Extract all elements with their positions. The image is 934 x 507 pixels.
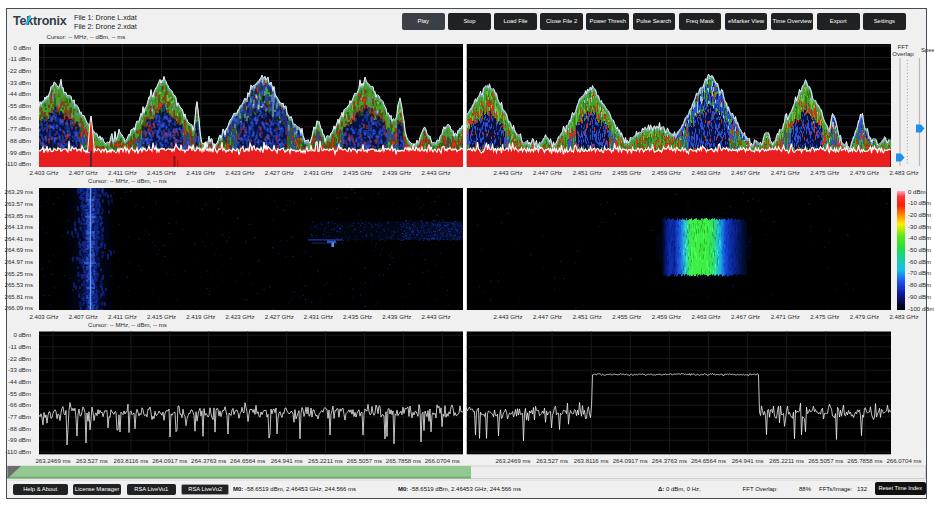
svg-text:0 dBm: 0 dBm	[13, 331, 31, 338]
svg-text:2.431 GHz: 2.431 GHz	[304, 169, 333, 176]
svg-text:263.527 ms: 263.527 ms	[76, 457, 108, 464]
svg-text:2.479 GHz: 2.479 GHz	[850, 169, 879, 176]
svg-text:2.427 GHz: 2.427 GHz	[265, 169, 294, 176]
svg-text:2.443 GHz: 2.443 GHz	[493, 313, 522, 320]
svg-text:-90 dBm: -90 dBm	[908, 293, 931, 300]
svg-text:-22 dBm: -22 dBm	[8, 355, 31, 362]
svg-text:2.451 GHz: 2.451 GHz	[573, 169, 602, 176]
svg-text:263.527 ms: 263.527 ms	[536, 457, 568, 464]
svg-text:264.941 ms: 264.941 ms	[271, 457, 303, 464]
svg-text:Overlap: Overlap	[892, 50, 914, 57]
svg-text:-110 dBm: -110 dBm	[5, 448, 31, 455]
svg-text:2.411 GHz: 2.411 GHz	[108, 313, 137, 320]
svg-text:2.483 GHz: 2.483 GHz	[889, 169, 918, 176]
svg-text:File 2: Drone 2.xdat: File 2: Drone 2.xdat	[74, 22, 137, 31]
svg-text:-88 dBm: -88 dBm	[8, 425, 31, 432]
svg-text:266.09 ms: 266.09 ms	[5, 304, 33, 311]
svg-text:0 dBm: 0 dBm	[13, 44, 31, 51]
svg-text:2.439 GHz: 2.439 GHz	[382, 313, 411, 320]
svg-text:-55 dBm: -55 dBm	[8, 390, 31, 397]
svg-text:264.941 ms: 264.941 ms	[732, 457, 764, 464]
svg-text:2.467 GHz: 2.467 GHz	[731, 313, 760, 320]
svg-text:265.81 ms: 265.81 ms	[5, 293, 33, 300]
svg-text:-50 dBm: -50 dBm	[908, 246, 931, 253]
svg-text:Cursor: -- MHz, -- dBm, -- ms: Cursor: -- MHz, -- dBm, -- ms	[47, 33, 126, 40]
svg-text:-66 dBm: -66 dBm	[8, 401, 31, 408]
svg-text:264.41 ms: 264.41 ms	[5, 235, 33, 242]
svg-text:-11 dBm: -11 dBm	[8, 343, 31, 350]
svg-text:2.423 GHz: 2.423 GHz	[225, 313, 254, 320]
svg-text:Cursor: -- MHz, -- dBm, -- ms: Cursor: -- MHz, -- dBm, -- ms	[88, 321, 167, 328]
svg-text:2.455 GHz: 2.455 GHz	[612, 313, 641, 320]
svg-text:2.471 GHz: 2.471 GHz	[771, 313, 800, 320]
svg-text:-60 dBm: -60 dBm	[908, 258, 931, 265]
svg-text:2.427 GHz: 2.427 GHz	[265, 313, 294, 320]
svg-text:-22 dBm: -22 dBm	[8, 67, 31, 74]
svg-text:-33 dBm: -33 dBm	[8, 366, 31, 373]
svg-text:2.403 GHz: 2.403 GHz	[29, 313, 58, 320]
svg-text:-44 dBm: -44 dBm	[8, 378, 31, 385]
svg-text:2.483 GHz: 2.483 GHz	[889, 313, 918, 320]
svg-text:2.435 GHz: 2.435 GHz	[343, 169, 372, 176]
svg-text:2.475 GHz: 2.475 GHz	[810, 313, 839, 320]
svg-text:265.7858 ms: 265.7858 ms	[847, 457, 882, 464]
svg-text:2.471 GHz: 2.471 GHz	[771, 169, 800, 176]
svg-text:2.463 GHz: 2.463 GHz	[691, 313, 720, 320]
svg-text:263.2469 ms: 263.2469 ms	[35, 457, 70, 464]
svg-text:2.439 GHz: 2.439 GHz	[382, 169, 411, 176]
svg-text:2.415 GHz: 2.415 GHz	[147, 313, 176, 320]
svg-text:-10 dBm: -10 dBm	[908, 199, 931, 206]
svg-text:-11 dBm: -11 dBm	[8, 55, 31, 62]
svg-text:2.443 GHz: 2.443 GHz	[421, 313, 450, 320]
svg-text:263.8116 ms: 263.8116 ms	[114, 457, 149, 464]
svg-text:263.29 ms: 263.29 ms	[5, 188, 33, 195]
svg-text:263.85 ms: 263.85 ms	[5, 212, 33, 219]
svg-text:263.8116 ms: 263.8116 ms	[574, 457, 609, 464]
svg-text:-55 dBm: -55 dBm	[8, 102, 31, 109]
svg-text:2.419 GHz: 2.419 GHz	[186, 169, 215, 176]
svg-text:Spee: Spee	[921, 46, 934, 53]
svg-text:Cursor: -- MHz, -- dBm, -- ms: Cursor: -- MHz, -- dBm, -- ms	[88, 177, 167, 184]
svg-text:265.5057 ms: 265.5057 ms	[808, 457, 843, 464]
svg-text:-40 dBm: -40 dBm	[908, 234, 931, 241]
svg-text:-30 dBm: -30 dBm	[908, 223, 931, 230]
svg-text:2.443 GHz: 2.443 GHz	[421, 169, 450, 176]
svg-text:2.447 GHz: 2.447 GHz	[533, 169, 562, 176]
svg-text:264.6564 ms: 264.6564 ms	[230, 457, 265, 464]
svg-text:-88 dBm: -88 dBm	[8, 137, 31, 144]
svg-text:-99 dBm: -99 dBm	[8, 436, 31, 443]
svg-text:-70 dBm: -70 dBm	[908, 269, 931, 276]
svg-text:265.53 ms: 265.53 ms	[5, 281, 33, 288]
svg-text:264.3763 ms: 264.3763 ms	[652, 457, 687, 464]
svg-text:2.419 GHz: 2.419 GHz	[186, 313, 215, 320]
svg-text:266.0704 ms: 266.0704 ms	[886, 457, 921, 464]
svg-text:2.447 GHz: 2.447 GHz	[533, 313, 562, 320]
svg-text:-77 dBm: -77 dBm	[8, 413, 31, 420]
svg-text:2.435 GHz: 2.435 GHz	[343, 313, 372, 320]
svg-text:264.6564 ms: 264.6564 ms	[691, 457, 726, 464]
svg-text:2.415 GHz: 2.415 GHz	[147, 169, 176, 176]
svg-text:2.407 GHz: 2.407 GHz	[69, 169, 98, 176]
svg-text:2.407 GHz: 2.407 GHz	[69, 313, 98, 320]
svg-text:2.443 GHz: 2.443 GHz	[493, 169, 522, 176]
svg-text:265.5057 ms: 265.5057 ms	[347, 457, 382, 464]
svg-text:265.7858 ms: 265.7858 ms	[386, 457, 421, 464]
svg-text:264.3763 ms: 264.3763 ms	[191, 457, 226, 464]
svg-text:265.2211 ms: 265.2211 ms	[769, 457, 804, 464]
svg-text:2.455 GHz: 2.455 GHz	[612, 169, 641, 176]
svg-text:2.459 GHz: 2.459 GHz	[652, 169, 681, 176]
svg-text:2.411 GHz: 2.411 GHz	[108, 169, 137, 176]
svg-text:-44 dBm: -44 dBm	[8, 90, 31, 97]
svg-text:-110 dBm: -110 dBm	[5, 160, 31, 167]
svg-text:264.13 ms: 264.13 ms	[5, 223, 33, 230]
svg-text:-99 dBm: -99 dBm	[8, 149, 31, 156]
svg-text:264.0917 ms: 264.0917 ms	[613, 457, 648, 464]
svg-text:2.423 GHz: 2.423 GHz	[225, 169, 254, 176]
svg-text:265.2211 ms: 265.2211 ms	[308, 457, 343, 464]
svg-text:263.2469 ms: 263.2469 ms	[495, 457, 530, 464]
svg-text:Tektronix: Tektronix	[13, 14, 67, 28]
svg-text:264.0917 ms: 264.0917 ms	[152, 457, 187, 464]
svg-text:2.475 GHz: 2.475 GHz	[810, 169, 839, 176]
svg-text:2.451 GHz: 2.451 GHz	[573, 313, 602, 320]
svg-text:File 1: Drone L.xdat: File 1: Drone L.xdat	[74, 13, 137, 22]
